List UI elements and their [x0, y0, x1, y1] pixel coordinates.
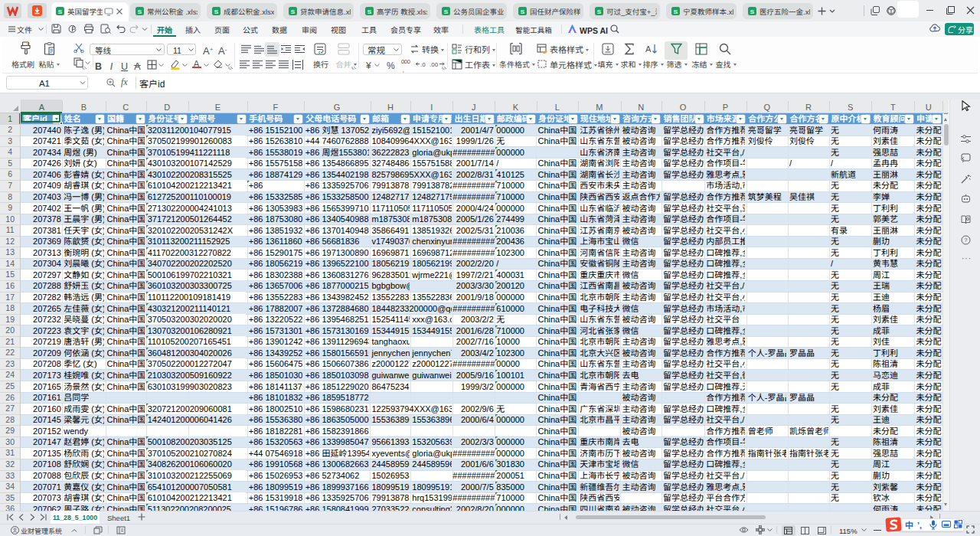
svg-text:?: ?: [964, 237, 967, 243]
svg-text:A: A: [645, 44, 652, 54]
svg-text:.0: .0: [420, 61, 426, 67]
svg-text:.00: .00: [430, 61, 439, 67]
